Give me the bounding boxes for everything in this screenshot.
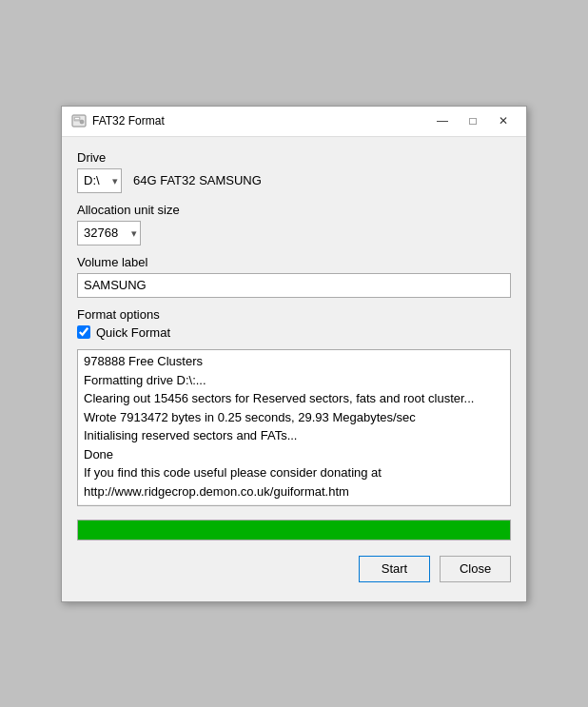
minimize-button[interactable]: — <box>429 111 456 130</box>
progress-section <box>77 520 511 540</box>
allocation-label: Allocation unit size <box>77 203 511 217</box>
close-button[interactable]: Close <box>440 556 511 582</box>
drive-info: 64G FAT32 SAMSUNG <box>133 173 262 187</box>
log-area[interactable]: 978889 Total clusters978888 Free Cluster… <box>77 349 511 506</box>
drive-row: D:\ 64G FAT32 SAMSUNG <box>77 168 511 193</box>
titlebar-buttons: — □ ✕ <box>429 111 517 130</box>
progress-bar-outer <box>77 520 511 540</box>
button-row: Start Close <box>77 556 511 588</box>
allocation-select-wrapper: 32768 <box>77 221 141 245</box>
window-title: FAT32 Format <box>92 114 165 128</box>
svg-rect-3 <box>75 118 79 119</box>
allocation-select[interactable]: 32768 <box>77 221 141 245</box>
svg-point-2 <box>80 120 84 124</box>
quick-format-row: Quick Format <box>77 325 511 340</box>
progress-bar-inner <box>78 520 510 540</box>
quick-format-checkbox[interactable] <box>77 325 90 339</box>
close-window-button[interactable]: ✕ <box>490 111 517 130</box>
quick-format-label[interactable]: Quick Format <box>96 325 170 340</box>
drive-select[interactable]: D:\ <box>77 168 122 193</box>
titlebar-left: FAT32 Format <box>71 113 165 128</box>
fat32-format-dialog: FAT32 Format — □ ✕ Drive D:\ 64G FAT32 S… <box>61 106 527 602</box>
format-options-section: Format options Quick Format <box>77 307 511 340</box>
titlebar: FAT32 Format — □ ✕ <box>62 107 526 137</box>
maximize-button[interactable]: □ <box>460 111 486 130</box>
format-options-label: Format options <box>77 307 511 322</box>
start-button[interactable]: Start <box>359 556 430 582</box>
volume-label-label: Volume label <box>77 255 511 269</box>
allocation-row: Allocation unit size 32768 <box>77 203 511 245</box>
drive-label: Drive <box>77 150 511 165</box>
drive-select-wrapper: D:\ <box>77 168 122 193</box>
volume-label-input[interactable] <box>77 273 511 298</box>
volume-label-section: Volume label <box>77 255 511 298</box>
disk-icon <box>71 113 87 128</box>
dialog-content: Drive D:\ 64G FAT32 SAMSUNG Allocation u… <box>62 137 526 601</box>
